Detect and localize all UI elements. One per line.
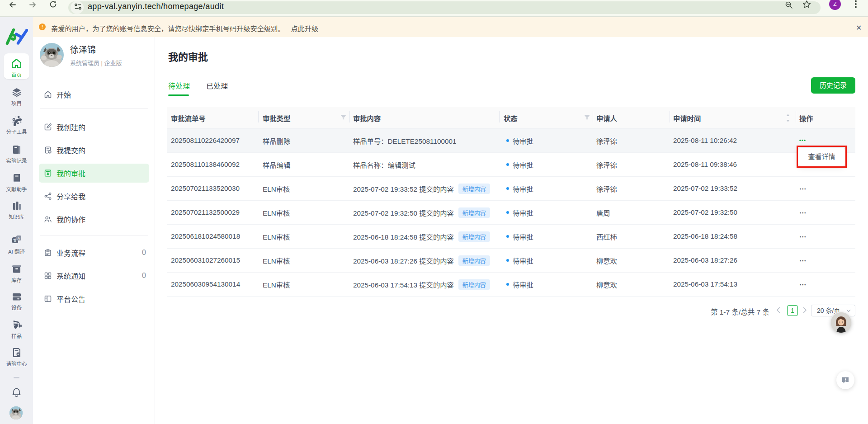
- svg-text:A: A: [17, 236, 20, 240]
